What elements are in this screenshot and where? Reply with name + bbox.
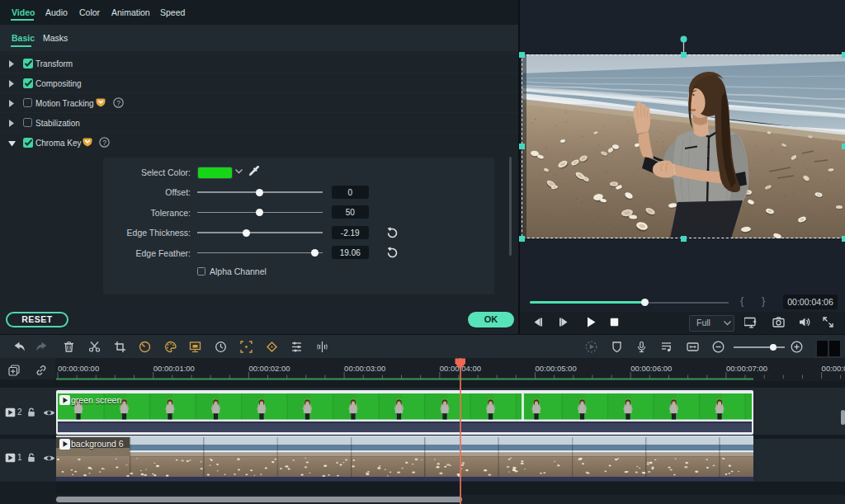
- svg-text:00:00:02:00: 00:00:02:00: [248, 364, 290, 373]
- svg-text:00:00:05:00: 00:00:05:00: [536, 364, 577, 373]
- svg-text:00:00:03:00: 00:00:03:00: [344, 364, 385, 373]
- svg-text:?: ?: [102, 139, 106, 147]
- svg-text:00:00:07:00: 00:00:07:00: [726, 364, 767, 373]
- svg-text:00:00:08:00: 00:00:08:00: [822, 364, 845, 373]
- svg-text:00:00:06:00: 00:00:06:00: [630, 364, 672, 373]
- svg-text:00:00:01:00: 00:00:01:00: [153, 364, 195, 373]
- svg-text:00:00:00:00: 00:00:00:00: [58, 364, 99, 373]
- svg-text:?: ?: [116, 99, 120, 107]
